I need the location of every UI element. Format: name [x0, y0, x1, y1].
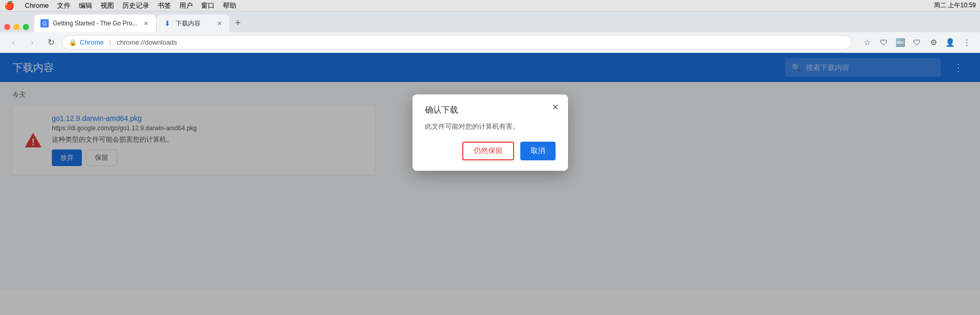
back-button[interactable]: ‹ [6, 35, 21, 50]
menu-history[interactable]: 历史记录 [122, 1, 149, 10]
lock-icon: 🔒 [69, 39, 77, 46]
mac-menubar: 🍎 Chrome 文件 编辑 视图 历史记录 书签 用户 窗口 帮助 周二 上午… [0, 0, 980, 11]
tab-downloads[interactable]: ⬇ 下载内容 ✕ [157, 15, 230, 32]
modal-overlay: ✕ 确认下载 此文件可能对您的计算机有害。 仍然保留 取消 [0, 53, 980, 315]
maximize-window-btn[interactable] [23, 24, 29, 30]
extension-icon-3[interactable]: 🛡 [910, 35, 924, 50]
tab-title-1: Getting Started - The Go Pro... [53, 20, 137, 27]
menu-users[interactable]: 用户 [179, 1, 193, 10]
toolbar-right: ☆ 🛡 🔤 🛡 ⚙ 👤 ⋮ [860, 35, 974, 50]
address-input[interactable]: 🔒 Chrome ｜ chrome://downloads [62, 35, 851, 50]
forward-button[interactable]: › [25, 35, 39, 50]
modal-actions: 仍然保留 取消 [425, 142, 556, 160]
tab-favicon-1: G [40, 19, 49, 28]
new-tab-button[interactable]: + [231, 16, 245, 30]
menu-file[interactable]: 文件 [57, 1, 70, 10]
bookmark-icon[interactable]: ☆ [860, 35, 874, 50]
profile-icon[interactable]: 👤 [943, 35, 957, 50]
reload-button[interactable]: ↻ [44, 35, 58, 50]
menu-icon[interactable]: ⋮ [959, 35, 974, 50]
address-separator: ｜ [107, 38, 113, 47]
clock: 周二 上午10:59 [934, 1, 976, 10]
extension-icon-4[interactable]: ⚙ [926, 35, 941, 50]
menu-chrome[interactable]: Chrome [25, 2, 49, 9]
minimize-window-btn[interactable] [13, 24, 20, 30]
chrome-window: G Getting Started - The Go Pro... ✕ ⬇ 下载… [0, 11, 980, 315]
tab-close-1[interactable]: ✕ [141, 19, 150, 28]
modal-close-button[interactable]: ✕ [549, 101, 562, 113]
menu-view[interactable]: 视图 [101, 1, 114, 10]
address-url: chrome://downloads [117, 38, 177, 46]
menu-help[interactable]: 帮助 [223, 1, 236, 10]
close-window-btn[interactable] [4, 24, 10, 30]
extension-icon-1[interactable]: 🛡 [876, 35, 891, 50]
apple-menu[interactable]: 🍎 [4, 1, 15, 10]
page-content: 下载内容 🔍 ⋮ 今天 ! go1.12.9.darwin-amd64.pkg [0, 53, 980, 315]
modal-message: 此文件可能对您的计算机有害。 [425, 122, 556, 131]
tab-close-2[interactable]: ✕ [215, 19, 223, 28]
download-tab-icon: ⬇ [163, 19, 172, 28]
modal-keep-button[interactable]: 仍然保留 [462, 142, 514, 160]
tab-title-2: 下载内容 [176, 19, 211, 28]
address-chrome: Chrome [80, 38, 104, 46]
modal-title: 确认下载 [425, 105, 556, 116]
menu-window[interactable]: 窗口 [201, 1, 215, 10]
address-bar: ‹ › ↻ 🔒 Chrome ｜ chrome://downloads ☆ 🛡 … [0, 32, 980, 53]
extension-icon-2[interactable]: 🔤 [893, 35, 907, 50]
menu-edit[interactable]: 编辑 [79, 1, 92, 10]
tab-bar: G Getting Started - The Go Pro... ✕ ⬇ 下载… [0, 11, 980, 32]
menubar-right: 周二 上午10:59 [934, 1, 976, 10]
confirm-download-modal: ✕ 确认下载 此文件可能对您的计算机有害。 仍然保留 取消 [413, 94, 568, 171]
menu-bookmarks[interactable]: 书签 [158, 1, 171, 10]
modal-cancel-button[interactable]: 取消 [520, 142, 556, 160]
tab-getting-started[interactable]: G Getting Started - The Go Pro... ✕ [34, 15, 156, 32]
